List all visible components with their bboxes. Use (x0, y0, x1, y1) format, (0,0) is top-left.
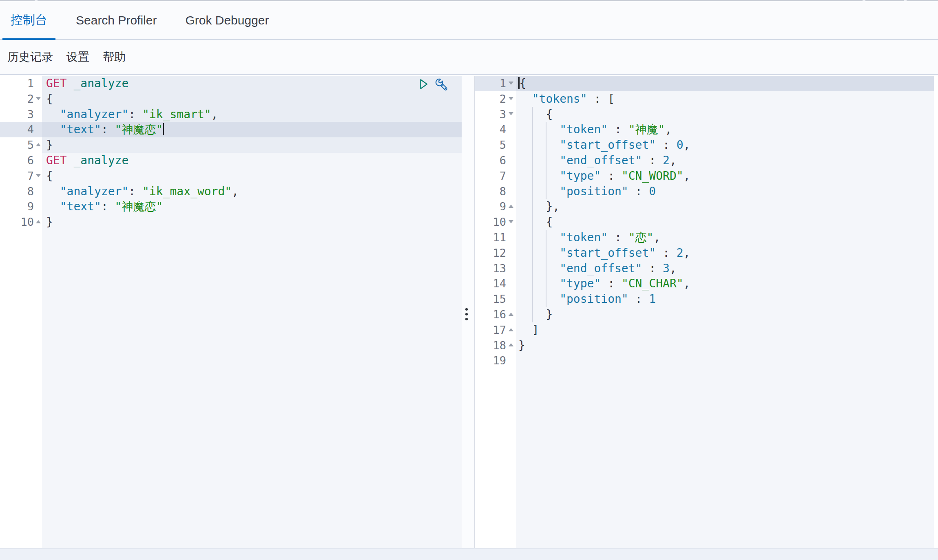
code-line-content[interactable]: GET _analyze (42, 76, 462, 91)
code-token: "type" (560, 277, 601, 290)
line-number: 10 (475, 214, 516, 230)
chevron-down-icon[interactable] (36, 174, 41, 177)
code-line-content[interactable]: "analyzer": "ik_max_word", (42, 184, 462, 199)
code-token: "text" (60, 123, 101, 136)
code-line-content[interactable]: "tokens" : [ (516, 91, 934, 107)
request-options-button[interactable] (435, 78, 447, 92)
code-token: : (608, 123, 628, 136)
code-line-content[interactable]: { (516, 76, 934, 91)
line-number: 9 (475, 199, 516, 214)
chevron-down-icon[interactable] (509, 112, 513, 115)
code-line-content[interactable]: } (516, 338, 934, 353)
tab-search-profiler[interactable]: Search Profiler (68, 1, 165, 39)
line-number: 12 (475, 245, 516, 261)
code-line: 11 "token" : "恋", (475, 230, 934, 245)
code-line: 2{ (0, 91, 462, 107)
code-line-content[interactable]: "start_offset" : 2, (516, 245, 934, 261)
indent-guide (532, 153, 533, 168)
code-line-content[interactable]: { (516, 214, 934, 230)
line-number: 2 (475, 91, 516, 107)
line-number: 1 (0, 76, 42, 91)
chevron-down-icon[interactable] (509, 220, 513, 223)
code-line: 9 "text": "神魔恋" (0, 199, 462, 214)
horizontal-scrollbar-track[interactable] (0, 548, 938, 560)
code-line-content[interactable]: "token" : "神魔", (516, 122, 934, 137)
code-token (518, 277, 560, 290)
code-line-content[interactable]: { (516, 107, 934, 122)
code-token: : (656, 246, 677, 260)
chevron-up-icon[interactable] (509, 328, 513, 331)
line-number: 5 (475, 137, 516, 153)
dev-tools-tab-bar: 控制台 Search Profiler Grok Debugger (0, 1, 938, 40)
code-token: : (601, 169, 622, 183)
code-line-content[interactable]: "text": "神魔恋" (42, 122, 462, 137)
chevron-up-icon[interactable] (36, 143, 41, 146)
code-token: "start_offset" (560, 246, 656, 260)
code-token (518, 92, 532, 106)
code-line: 8 "position" : 0 (475, 184, 934, 199)
code-line-content[interactable]: "end_offset" : 3, (516, 261, 934, 276)
code-line-content[interactable]: "type" : "CN_CHAR", (516, 276, 934, 291)
tab-console[interactable]: 控制台 (2, 1, 55, 39)
code-token (518, 262, 560, 275)
code-line-content[interactable]: "text": "神魔恋" (42, 199, 462, 214)
menu-settings[interactable]: 设置 (66, 49, 89, 65)
indent-guide (546, 261, 546, 276)
code-token (67, 154, 74, 167)
indent-guide (546, 276, 546, 291)
chevron-down-icon[interactable] (509, 97, 513, 100)
menu-help[interactable]: 帮助 (103, 49, 126, 65)
indent-guide (532, 291, 533, 307)
indent-guide (532, 276, 533, 291)
line-number: 4 (0, 122, 42, 137)
tab-grok-debugger[interactable]: Grok Debugger (177, 1, 277, 39)
code-token: 3 (663, 262, 670, 275)
code-token: "type" (560, 169, 601, 183)
code-line-content[interactable]: "end_offset" : 2, (516, 153, 934, 168)
code-token: "tokens" (532, 92, 587, 106)
code-token: } (518, 308, 553, 321)
chevron-up-icon[interactable] (509, 313, 513, 316)
code-token: "position" (560, 292, 628, 306)
code-line-content[interactable]: } (516, 307, 934, 322)
line-number: 5 (0, 137, 42, 153)
code-line: 9 }, (475, 199, 934, 214)
send-request-button[interactable] (419, 79, 428, 91)
code-line-content[interactable]: } (42, 137, 462, 153)
line-number: 7 (475, 168, 516, 184)
code-line-content[interactable]: "start_offset" : 0, (516, 137, 934, 153)
code-token: , (684, 169, 690, 183)
request-editor[interactable]: 1GET _analyze2{3 "analyzer": "ik_smart",… (0, 76, 462, 548)
code-line-content[interactable] (516, 353, 934, 368)
code-line: 7 "type" : "CN_WORD", (475, 168, 934, 184)
code-line-content[interactable]: "analyzer": "ik_smart", (42, 107, 462, 122)
code-line-content[interactable]: }, (516, 199, 934, 214)
code-line-content[interactable]: ] (516, 322, 934, 338)
code-token: "analyzer" (60, 185, 129, 198)
chevron-down-icon[interactable] (36, 97, 41, 100)
chevron-up-icon[interactable] (36, 220, 41, 223)
code-token: { (46, 92, 53, 106)
line-number: 15 (475, 291, 516, 307)
code-line-content[interactable]: } (42, 214, 462, 230)
code-line-content[interactable]: "type" : "CN_WORD", (516, 168, 934, 184)
chevron-up-icon[interactable] (509, 343, 513, 346)
code-token (46, 123, 60, 136)
code-token: "end_offset" (560, 154, 642, 167)
menu-history[interactable]: 历史记录 (7, 49, 53, 65)
code-token (518, 185, 560, 198)
code-line-content[interactable]: GET _analyze (42, 153, 462, 168)
code-token: : (628, 292, 649, 306)
response-editor[interactable]: 1{2 "tokens" : [3 {4 "token" : "神魔",5 "s… (475, 76, 934, 548)
code-line-content[interactable]: "position" : 1 (516, 291, 934, 307)
code-line-content[interactable]: { (42, 91, 462, 107)
code-line-content[interactable]: { (42, 168, 462, 184)
pane-resizer[interactable] (462, 76, 475, 548)
code-line-content[interactable]: "position" : 0 (516, 184, 934, 199)
code-token: , (684, 277, 690, 290)
chevron-up-icon[interactable] (509, 205, 513, 208)
chevron-down-icon[interactable] (509, 82, 513, 85)
code-token: { (518, 215, 553, 229)
code-line-content[interactable]: "token" : "恋", (516, 230, 934, 245)
drag-handle-dots-icon[interactable] (465, 308, 468, 323)
